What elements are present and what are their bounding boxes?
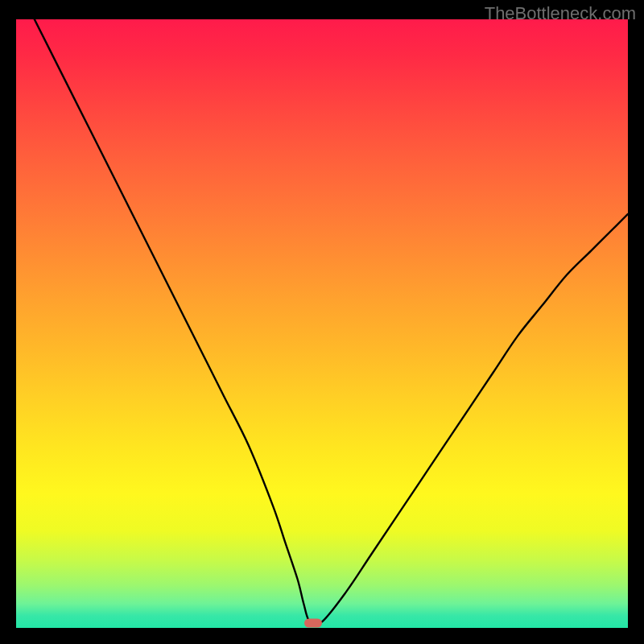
optimum-marker <box>304 618 322 627</box>
watermark-text: TheBottleneck.com <box>485 3 636 24</box>
plot-area <box>16 19 628 628</box>
bottleneck-curve <box>16 19 628 628</box>
